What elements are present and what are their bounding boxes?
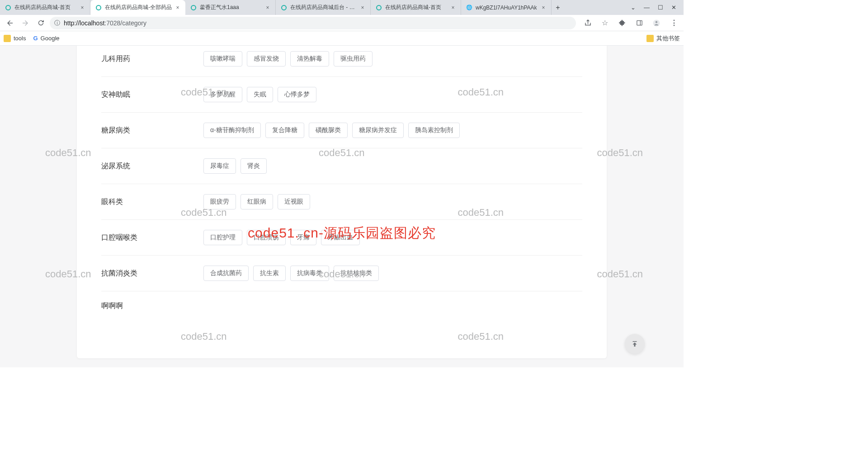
category-chip[interactable]: α-糖苷酶抑制剂	[203, 123, 261, 138]
chevron-down-icon[interactable]: ⌄	[631, 4, 636, 11]
close-icon[interactable]: ×	[540, 5, 547, 11]
minimize-button[interactable]: ―	[644, 4, 650, 11]
back-to-top-button[interactable]	[625, 334, 645, 354]
category-label: 儿科用药	[101, 54, 203, 64]
tab-title: 在线药店药品商城后台 - 药品	[290, 4, 357, 11]
close-icon[interactable]: ×	[264, 5, 271, 11]
category-chip[interactable]: 抗病毒类	[290, 266, 329, 281]
category-chip[interactable]: 驱虫用药	[334, 51, 373, 67]
category-chip[interactable]: 眼疲劳	[203, 194, 236, 209]
category-chip[interactable]: 咳嗽哮喘	[203, 51, 242, 67]
category-chip[interactable]: 抗结核病类	[334, 266, 379, 281]
kebab-menu-icon[interactable]: ⋮	[667, 17, 680, 29]
close-icon[interactable]: ×	[359, 5, 366, 11]
chip-group: 合成抗菌药 抗生素 抗病毒类 抗结核病类	[203, 266, 379, 281]
category-chip[interactable]: 感冒发烧	[247, 51, 286, 67]
chip-group: 尿毒症 肾炎	[203, 158, 267, 174]
category-chip[interactable]: 清热解毒	[290, 51, 329, 67]
category-chip[interactable]: 糖尿病并发症	[352, 123, 404, 138]
category-chip[interactable]: 牙龈出血	[321, 230, 360, 245]
favicon-teal	[375, 4, 382, 11]
tab-0[interactable]: 在线药店药品商城-首页 ×	[0, 0, 90, 15]
tab-title: 在线药店药品商城-首页	[14, 4, 76, 11]
category-row: 抗菌消炎类 合成抗菌药 抗生素 抗病毒类 抗结核病类	[101, 256, 582, 291]
tabs-row: 在线药店药品商城-首页 × 在线药店药品商城-全部药品 × 藿香正气水1aaa …	[0, 0, 627, 15]
url-text: http://localhost:7028/category	[64, 19, 146, 27]
bookmark-other[interactable]: 其他书签	[646, 34, 680, 43]
bookmark-label: Google	[41, 35, 60, 42]
category-label: 糖尿病类	[101, 126, 203, 135]
reload-button[interactable]	[34, 17, 47, 29]
bookmark-tools[interactable]: tools	[4, 35, 26, 42]
svg-point-8	[656, 21, 658, 23]
share-icon[interactable]	[581, 17, 594, 29]
tab-4[interactable]: 在线药店药品商城-首页 ×	[371, 0, 461, 15]
category-row: 糖尿病类 α-糖苷酶抑制剂 复合降糖 磺酰脲类 糖尿病并发症 胰岛素控制剂	[101, 113, 582, 148]
folder-icon	[646, 35, 654, 42]
svg-point-4	[377, 5, 381, 10]
bookmarks-bar: tools G Google 其他书签	[0, 31, 684, 46]
bookmark-google[interactable]: G Google	[33, 35, 59, 42]
favicon-teal	[95, 4, 102, 11]
category-chip[interactable]: 磺酰脲类	[309, 123, 348, 138]
category-chip[interactable]: 多梦易醒	[203, 87, 242, 102]
folder-icon	[4, 35, 11, 42]
tab-3[interactable]: 在线药店药品商城后台 - 药品 ×	[276, 0, 371, 15]
tab-title: 在线药店药品商城-首页	[385, 4, 447, 11]
category-chip[interactable]: 心悸多梦	[278, 87, 316, 102]
close-icon[interactable]: ×	[175, 5, 181, 11]
sidepanel-icon[interactable]	[633, 17, 646, 29]
category-label: 抗菌消炎类	[101, 269, 203, 278]
tab-5[interactable]: 🌐 wKgBZ1l7AHuAY1hPAAk ×	[461, 0, 552, 15]
category-chip[interactable]: 失眠	[247, 87, 273, 102]
category-chip[interactable]: 尿毒症	[203, 158, 236, 174]
close-icon[interactable]: ×	[450, 5, 456, 11]
favicon-teal	[5, 4, 12, 11]
bookmark-label: tools	[14, 35, 26, 42]
star-icon[interactable]: ☆	[599, 17, 611, 29]
maximize-button[interactable]: ☐	[658, 4, 663, 11]
category-row: 眼科类 眼疲劳 红眼病 近视眼	[101, 184, 582, 220]
forward-button[interactable]	[19, 17, 32, 29]
extensions-icon[interactable]	[616, 17, 628, 29]
category-chip[interactable]: 复合降糖	[265, 123, 304, 138]
category-chip[interactable]: 红眼病	[241, 194, 273, 209]
tab-title: 藿香正气水1aaa	[200, 4, 262, 11]
tab-bar: 在线药店药品商城-首页 × 在线药店药品商城-全部药品 × 藿香正气水1aaa …	[0, 0, 684, 15]
new-tab-button[interactable]: +	[552, 0, 564, 15]
favicon-teal	[190, 4, 197, 11]
category-chip[interactable]: 抗生素	[253, 266, 286, 281]
category-chip[interactable]: 合成抗菌药	[203, 266, 249, 281]
close-icon[interactable]: ×	[79, 5, 85, 11]
tab-2[interactable]: 藿香正气水1aaa ×	[185, 0, 276, 15]
category-row: 安神助眠 多梦易醒 失眠 心悸多梦	[101, 77, 582, 113]
svg-point-0	[6, 5, 10, 10]
bookmark-label: 其他书签	[656, 34, 680, 43]
chip-group: 口腔护理 口腔溃疡 牙痛 牙龈出血	[203, 230, 360, 245]
favicon-teal	[280, 4, 288, 11]
category-chip[interactable]: 口腔护理	[203, 230, 242, 245]
omnibox[interactable]: ⓘ http://localhost:7028/category	[50, 17, 576, 29]
chip-group: 眼疲劳 红眼病 近视眼	[203, 194, 310, 209]
category-row: 儿科用药 咳嗽哮喘 感冒发烧 清热解毒 驱虫用药	[101, 46, 582, 77]
category-chip[interactable]: 胰岛素控制剂	[408, 123, 460, 138]
tab-1[interactable]: 在线药店药品商城-全部药品 ×	[90, 0, 185, 15]
chip-group: 多梦易醒 失眠 心悸多梦	[203, 87, 316, 102]
category-chip[interactable]: 肾炎	[241, 158, 267, 174]
svg-point-3	[282, 5, 286, 10]
profile-icon[interactable]	[650, 17, 663, 29]
site-info-icon[interactable]: ⓘ	[54, 19, 60, 27]
close-window-button[interactable]: ✕	[671, 4, 676, 11]
category-row: 口腔咽喉类 口腔护理 口腔溃疡 牙痛 牙龈出血	[101, 220, 582, 256]
category-row: 啊啊啊	[101, 291, 582, 321]
arrow-up-icon	[631, 340, 639, 348]
category-row: 泌尿系统 尿毒症 肾炎	[101, 148, 582, 184]
category-chip[interactable]: 牙痛	[290, 230, 316, 245]
svg-rect-5	[637, 21, 642, 25]
category-chip[interactable]: 近视眼	[278, 194, 310, 209]
page-viewport: 儿科用药 咳嗽哮喘 感冒发烧 清热解毒 驱虫用药 安神助眠 多梦易醒 失眠 心悸…	[0, 46, 684, 367]
globe-icon: 🌐	[466, 4, 473, 11]
category-chip[interactable]: 口腔溃疡	[247, 230, 286, 245]
google-icon: G	[33, 35, 38, 42]
back-button[interactable]	[4, 17, 16, 29]
